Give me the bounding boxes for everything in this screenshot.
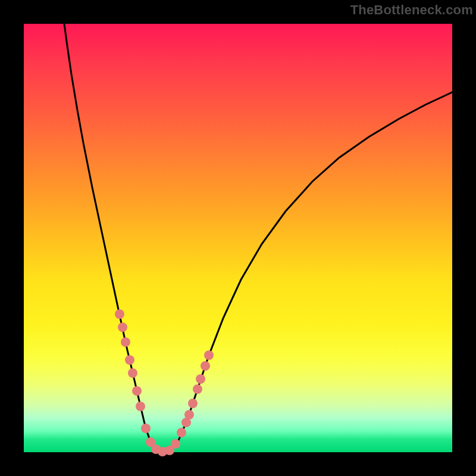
data-point-marker <box>115 309 124 319</box>
data-point-marker <box>128 368 137 378</box>
curve-svg <box>24 24 452 452</box>
data-point-marker <box>193 384 202 394</box>
data-point-marker <box>121 337 130 347</box>
data-point-marker <box>132 386 142 396</box>
data-point-marker <box>136 402 145 411</box>
curve-left <box>64 24 164 452</box>
curve-right <box>164 92 452 452</box>
data-point-marker <box>196 374 205 384</box>
watermark-text: TheBottleneck.com <box>350 2 473 18</box>
data-point-marker <box>188 399 198 408</box>
data-markers <box>115 309 214 456</box>
plot-area <box>24 24 452 452</box>
data-point-marker <box>204 350 214 360</box>
data-point-marker <box>184 410 194 419</box>
data-point-marker <box>141 424 151 433</box>
data-point-marker <box>125 355 134 365</box>
data-point-marker <box>177 428 186 437</box>
data-point-marker <box>171 439 180 449</box>
chart-frame: TheBottleneck.com <box>0 0 476 476</box>
data-point-marker <box>201 361 210 371</box>
data-point-marker <box>118 322 127 332</box>
